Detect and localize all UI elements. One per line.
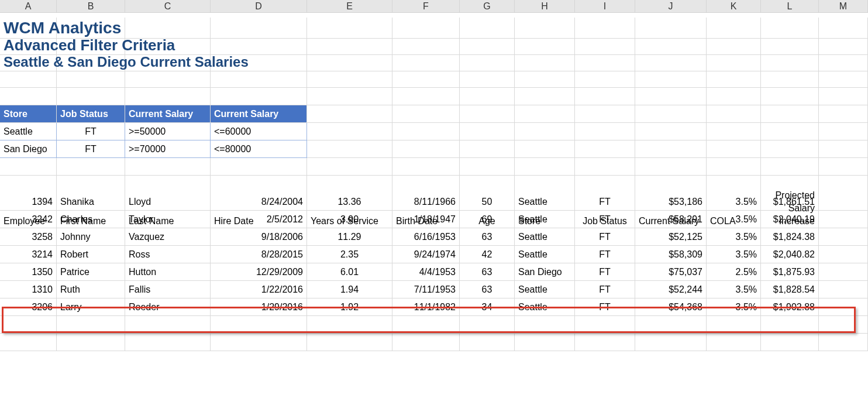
table-row-age[interactable]: 34 — [460, 298, 515, 316]
criteria-cs1-2[interactable]: >=70000 — [125, 140, 211, 158]
cell[interactable] — [707, 316, 761, 334]
cell[interactable] — [211, 316, 307, 334]
table-row-hire[interactable]: 9/18/2006 — [211, 228, 307, 246]
cell[interactable] — [575, 158, 635, 176]
hdr-age[interactable]: Age — [460, 176, 515, 228]
cell[interactable] — [515, 334, 575, 351]
cell[interactable] — [707, 53, 761, 71]
hdr-first[interactable]: First Name — [57, 176, 125, 228]
table-row-store[interactable]: San Diego — [515, 263, 575, 281]
cell[interactable] — [0, 158, 57, 176]
cell[interactable] — [819, 246, 868, 263]
table-row-emp[interactable]: 3214 — [0, 246, 57, 263]
cell[interactable] — [460, 35, 515, 55]
criteria-status-1[interactable]: FT — [57, 123, 125, 140]
col-header-G[interactable]: G — [460, 0, 515, 13]
col-header-B[interactable]: B — [57, 0, 125, 13]
cell[interactable] — [460, 105, 515, 123]
cell[interactable] — [707, 88, 761, 105]
table-row-sal[interactable]: $54,368 — [635, 298, 707, 316]
cell[interactable] — [819, 88, 868, 105]
table-row-hire[interactable]: 1/22/2016 — [211, 281, 307, 298]
cell[interactable] — [635, 123, 707, 140]
cell[interactable] — [707, 105, 761, 123]
cell[interactable] — [515, 140, 575, 158]
table-row-age[interactable]: 63 — [460, 228, 515, 246]
cell[interactable] — [819, 334, 868, 351]
table-row-birth[interactable]: 11/1/1982 — [392, 298, 460, 316]
col-header-A[interactable]: A — [0, 0, 57, 13]
criteria-cs2-2[interactable]: <=80000 — [211, 140, 307, 158]
cell[interactable] — [392, 70, 460, 88]
cell[interactable] — [392, 88, 460, 105]
cell[interactable] — [761, 35, 819, 55]
cell[interactable] — [761, 140, 819, 158]
criteria-status-2[interactable]: FT — [57, 140, 125, 158]
table-row-proj[interactable]: $1,824.38 — [761, 228, 819, 246]
cell[interactable] — [57, 70, 125, 88]
criteria-header-currentsalary-1[interactable]: Current Salary — [125, 105, 211, 123]
table-row-cola[interactable]: 3.5% — [707, 281, 761, 298]
cell[interactable] — [575, 53, 635, 71]
col-header-D[interactable]: D — [211, 0, 307, 13]
table-row-age[interactable]: 63 — [460, 281, 515, 298]
cell[interactable] — [515, 158, 575, 176]
hdr-store[interactable]: Store — [515, 176, 575, 228]
cell[interactable] — [307, 158, 392, 176]
table-row-last[interactable]: Vazquez — [125, 228, 211, 246]
table-row-last[interactable]: Hutton — [125, 263, 211, 281]
criteria-cs2-1[interactable]: <=60000 — [211, 123, 307, 140]
criteria-header-store[interactable]: Store — [0, 105, 57, 123]
cell[interactable] — [515, 88, 575, 105]
table-row-cola[interactable]: 3.5% — [707, 246, 761, 263]
cell[interactable] — [57, 334, 125, 351]
cell[interactable] — [707, 123, 761, 140]
cell[interactable] — [57, 316, 125, 334]
cell[interactable] — [0, 88, 57, 105]
cell[interactable] — [307, 88, 392, 105]
cell[interactable] — [515, 53, 575, 71]
cell[interactable] — [635, 53, 707, 71]
title-2[interactable]: Advanced Filter Criteria — [0, 35, 57, 55]
table-row-yrs[interactable]: 2.35 — [307, 246, 392, 263]
cell[interactable] — [707, 334, 761, 351]
col-header-E[interactable]: E — [307, 0, 392, 13]
table-row-first[interactable]: Johnny — [57, 228, 125, 246]
table-row-emp[interactable]: 1350 — [0, 263, 57, 281]
cell[interactable] — [392, 35, 460, 55]
cell[interactable] — [819, 158, 868, 176]
hdr-salary[interactable]: Current Salary — [635, 176, 707, 228]
cell[interactable] — [819, 53, 868, 71]
table-row-birth[interactable]: 7/11/1953 — [392, 281, 460, 298]
criteria-store-2[interactable]: San Diego — [0, 140, 57, 158]
table-row-yrs[interactable]: 1.92 — [307, 298, 392, 316]
cell[interactable] — [575, 35, 635, 55]
cell[interactable] — [211, 70, 307, 88]
table-row-proj[interactable]: $1,875.93 — [761, 263, 819, 281]
cell[interactable] — [392, 334, 460, 351]
cell[interactable] — [635, 334, 707, 351]
cell[interactable] — [635, 35, 707, 55]
criteria-header-jobstatus[interactable]: Job Status — [57, 105, 125, 123]
cell[interactable] — [707, 158, 761, 176]
cell[interactable] — [57, 88, 125, 105]
table-row-cola[interactable]: 2.5% — [707, 263, 761, 281]
cell[interactable] — [392, 123, 460, 140]
cell[interactable] — [460, 70, 515, 88]
table-row-first[interactable]: Patrice — [57, 263, 125, 281]
table-row-age[interactable]: 42 — [460, 246, 515, 263]
cell[interactable] — [761, 105, 819, 123]
cell[interactable] — [307, 316, 392, 334]
table-row-birth[interactable]: 9/24/1974 — [392, 246, 460, 263]
table-row-emp[interactable]: 3206 — [0, 298, 57, 316]
cell[interactable] — [460, 158, 515, 176]
cell[interactable] — [761, 88, 819, 105]
cell[interactable] — [819, 228, 868, 246]
cell[interactable] — [307, 334, 392, 351]
cell[interactable] — [707, 70, 761, 88]
table-row-store[interactable]: Seattle — [515, 281, 575, 298]
cell[interactable] — [575, 334, 635, 351]
cell[interactable] — [57, 158, 125, 176]
table-row-status[interactable]: FT — [575, 246, 635, 263]
table-row-store[interactable]: Seattle — [515, 246, 575, 263]
